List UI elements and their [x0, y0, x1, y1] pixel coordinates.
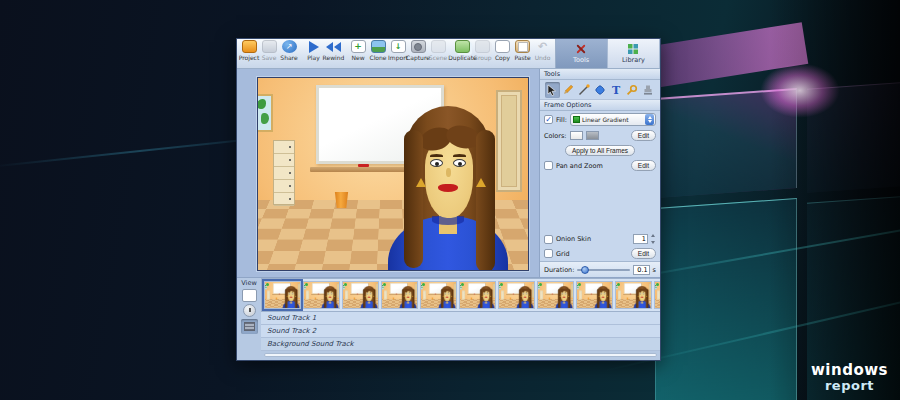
share-button[interactable]: ↗Share	[280, 40, 299, 61]
color-swatch-2[interactable]	[586, 131, 599, 140]
animation-scene	[382, 282, 417, 308]
scene-cabinet	[501, 290, 504, 299]
rewind-icon	[326, 40, 341, 53]
frame-thumbnail[interactable]	[420, 281, 457, 309]
duration-slider[interactable]	[577, 266, 629, 274]
undo-icon: ↶	[535, 40, 550, 53]
frame-thumbnail[interactable]	[381, 281, 418, 309]
background-sound-track-row[interactable]: Background Sound Track	[261, 338, 660, 351]
colors-row: Colors: Edit	[540, 128, 660, 143]
share-icon: ↗	[282, 40, 297, 53]
text-tool[interactable]: T	[609, 82, 624, 98]
duration-row: Duration: s	[540, 261, 660, 277]
windows-report-watermark: windows report	[811, 363, 888, 392]
color-swatch-1[interactable]	[570, 131, 583, 140]
tab-library[interactable]: Library	[608, 39, 660, 68]
scene-character	[437, 286, 456, 308]
clone-button[interactable]: Clone	[369, 40, 388, 61]
tools-tab-icon	[575, 43, 587, 55]
project-icon	[242, 40, 257, 53]
canvas-stage[interactable]	[257, 77, 529, 271]
sound-mixer-button[interactable]	[241, 319, 258, 334]
onion-skin-stepper[interactable]	[651, 234, 656, 244]
scene-character	[476, 286, 495, 308]
pan-zoom-checkbox[interactable]	[544, 161, 553, 170]
pan-zoom-row: Pan and Zoom Edit	[540, 158, 660, 173]
timeline-scrollbar[interactable]	[264, 353, 657, 357]
scene-button[interactable]: Scene	[429, 40, 448, 61]
time-view-button[interactable]	[243, 304, 256, 317]
frame-thumbnail[interactable]	[303, 281, 340, 309]
frame-thumbnail[interactable]	[342, 281, 379, 309]
duration-slider-knob[interactable]	[581, 266, 589, 274]
frame-thumbnail[interactable]	[537, 281, 574, 309]
fill-type-dropdown[interactable]: Linear Gradient	[570, 113, 656, 126]
frame-thumbnail[interactable]	[498, 281, 535, 309]
new-frame-button[interactable]: +New	[349, 40, 368, 61]
frame-thumbnail[interactable]	[615, 281, 652, 309]
frame-status-dot	[500, 283, 503, 286]
frame-view-button[interactable]	[242, 289, 257, 302]
line-tool[interactable]	[577, 82, 592, 98]
frame-thumbnail[interactable]	[264, 281, 301, 309]
animation-scene	[343, 282, 378, 308]
import-icon: ↓	[391, 40, 406, 53]
frame-status-dot	[422, 283, 425, 286]
dark-vignette	[770, 0, 900, 400]
capture-button[interactable]: Capture	[409, 40, 428, 61]
frame-thumbnail[interactable]	[459, 281, 496, 309]
tab-tools[interactable]: Tools	[556, 39, 608, 68]
pan-zoom-edit-button[interactable]: Edit	[631, 160, 656, 171]
scene-character	[376, 106, 526, 270]
animation-app-window: Project Save ↗Share Play Rewind +New Clo…	[236, 38, 661, 361]
import-button[interactable]: ↓Import	[389, 40, 408, 61]
paste-button[interactable]: Paste	[513, 40, 532, 61]
frame-thumbnail[interactable]	[576, 281, 613, 309]
play-button[interactable]: Play	[304, 40, 323, 61]
tool-palette: T	[540, 80, 660, 100]
grid-checkbox[interactable]	[544, 249, 553, 258]
project-button[interactable]: Project	[240, 40, 259, 61]
undo-button[interactable]: ↶Undo	[533, 40, 552, 61]
duplicate-button[interactable]: Duplicate	[453, 40, 472, 61]
duration-unit-label: s	[653, 266, 656, 274]
animation-scene	[538, 282, 573, 308]
copy-button[interactable]: Copy	[493, 40, 512, 61]
fill-type-value: Linear Gradient	[582, 116, 643, 123]
fill-row: ✓ Fill: Linear Gradient	[540, 111, 660, 128]
group-button[interactable]: Group	[473, 40, 492, 61]
sound-track-2-row[interactable]: Sound Track 2	[261, 325, 660, 338]
onion-skin-label: Onion Skin	[556, 235, 591, 243]
stamp-tool[interactable]	[641, 82, 656, 98]
scene-cabinet	[423, 290, 426, 299]
animation-scene	[265, 282, 300, 308]
save-icon	[262, 40, 277, 53]
sound-track-1-row[interactable]: Sound Track 1	[261, 312, 660, 325]
copy-icon	[495, 40, 510, 53]
duration-value-field[interactable]	[633, 265, 650, 275]
onion-skin-checkbox[interactable]	[544, 235, 553, 244]
dropper-tool[interactable]	[625, 82, 640, 98]
svg-text:T: T	[612, 84, 621, 96]
save-button[interactable]: Save	[260, 40, 279, 61]
shape-tool[interactable]	[593, 82, 608, 98]
apply-to-all-frames-button[interactable]: Apply to All Frames	[565, 145, 635, 156]
group-icon	[475, 40, 490, 53]
duplicate-icon	[455, 40, 470, 53]
pencil-tool[interactable]	[561, 82, 576, 98]
onion-skin-count-field[interactable]	[633, 234, 648, 244]
grid-row: Grid Edit	[540, 246, 660, 261]
clone-icon	[371, 40, 386, 53]
animation-scene	[499, 282, 534, 308]
desktop-wallpaper: Project Save ↗Share Play Rewind +New Clo…	[0, 0, 900, 400]
fill-checkbox[interactable]: ✓	[544, 115, 553, 124]
frame-thumbnail[interactable]	[654, 281, 660, 309]
scene-cabinet	[306, 290, 309, 299]
scene-icon	[431, 40, 446, 53]
grid-edit-button[interactable]: Edit	[631, 248, 656, 259]
colors-edit-button[interactable]: Edit	[631, 130, 656, 141]
library-tab-icon	[627, 43, 639, 55]
select-tool[interactable]	[545, 82, 560, 98]
scene-cabinet	[462, 290, 465, 299]
rewind-button[interactable]: Rewind	[324, 40, 343, 61]
